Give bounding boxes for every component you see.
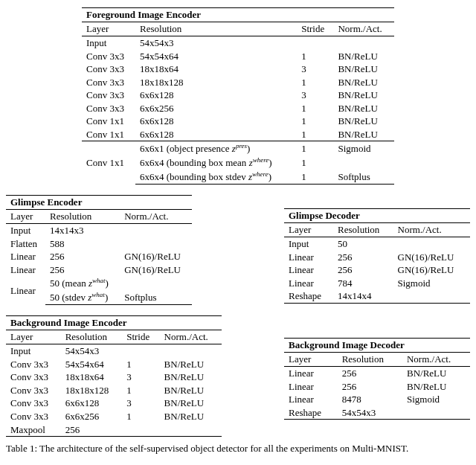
table-title: Background Image Decoder [284, 339, 470, 353]
cell-norm: BN/ReLU [402, 380, 470, 394]
cell-layer: Reshape [284, 406, 338, 420]
cell-layer: Conv 3x3 [82, 102, 135, 115]
table-row: Linear256GN(16)/ReLU [284, 263, 470, 277]
table-row: Linear256BN/ReLU [284, 367, 470, 380]
cell-res: 256 [333, 263, 393, 277]
cell-layer: Linear [284, 380, 338, 394]
cell-norm [393, 289, 470, 303]
table-row: Linear256GN(16)/ReLU [6, 263, 192, 277]
cell-layer: Conv 3x3 [6, 410, 61, 423]
cell-res: 18x18x64 [61, 371, 123, 384]
cell-layer: Conv 1x1 [82, 115, 135, 128]
table-title: Background Image Encoder [6, 316, 222, 330]
cell-layer: Maxpool [6, 423, 61, 437]
cell-norm [160, 423, 222, 437]
cell-stride: 1 [297, 115, 333, 128]
cell-res: 6x6x128 [135, 89, 297, 102]
col-res: Resolution [135, 22, 297, 36]
cell-layer: Conv 3x3 [6, 358, 61, 371]
col-stride: Stride [122, 330, 159, 344]
cell-norm [402, 406, 470, 420]
cell-layer: Conv 3x3 [6, 397, 61, 410]
table-row: Reshape54x54x3 [284, 406, 470, 420]
cell-stride: 3 [122, 397, 159, 410]
cell-norm [120, 224, 192, 237]
cell-layer: Linear [6, 250, 45, 263]
cell-layer: Linear [6, 276, 45, 304]
cell-res: 6x6x4 (bounding box stdev zwhere) [135, 170, 297, 184]
table-row: Conv 1x16x6x1281BN/ReLU [82, 115, 394, 128]
cell-layer: Input [284, 237, 333, 251]
cell-norm: GN(16)/ReLU [120, 263, 192, 277]
table-title: Glimpse Encoder [6, 196, 192, 210]
cell-norm: BN/ReLU [160, 384, 222, 397]
cell-res: 18x18x128 [61, 384, 123, 397]
table-row: Input14x14x3 [6, 224, 192, 237]
cell-res: 18x18x128 [135, 76, 297, 89]
table-row: Conv 3x318x18x643BN/ReLU [6, 371, 222, 384]
table-row: Input54x54x3 [6, 344, 222, 358]
background-decoder-table: Background Image Decoder Layer Resolutio… [284, 338, 470, 420]
cell-layer: Conv 1x1 [82, 128, 135, 141]
cell-norm: BN/ReLU [333, 76, 394, 89]
cell-res: 54x54x64 [135, 50, 297, 63]
table-row: Conv 3x318x18x1281BN/ReLU [82, 76, 394, 89]
col-norm: Norm./Act. [402, 352, 470, 367]
table-row: Linear784Sigmoid [284, 277, 470, 290]
col-norm: Norm./Act. [393, 222, 470, 237]
cell-layer: Linear [284, 367, 338, 380]
cell-norm: Sigmoid [402, 393, 470, 406]
cell-res: 54x54x3 [61, 344, 123, 358]
col-res: Resolution [61, 330, 123, 344]
cell-stride: 1 [297, 170, 333, 184]
cell-stride: 1 [297, 50, 333, 63]
table-row: Input54x54x3 [82, 36, 394, 50]
cell-layer: Conv 3x3 [6, 384, 61, 397]
cell-layer: Input [6, 224, 45, 237]
col-res: Resolution [338, 352, 402, 367]
cell-res: 6x6x128 [135, 128, 297, 141]
cell-res: 54x54x64 [61, 358, 123, 371]
cell-norm: BN/ReLU [160, 397, 222, 410]
cell-layer: Linear [284, 263, 333, 277]
table-row: Conv 3x36x6x1283BN/ReLU [82, 89, 394, 102]
cell-res: 256 [338, 367, 402, 380]
cell-stride: 3 [122, 371, 159, 384]
cell-norm: Sigmoid [333, 141, 394, 155]
table-row: Conv 3x354x54x641BN/ReLU [6, 358, 222, 371]
table-caption: Table 1: The architecture of the self-su… [6, 443, 470, 455]
cell-stride: 1 [297, 102, 333, 115]
table-row: Linear256BN/ReLU [284, 380, 470, 394]
cell-norm: BN/ReLU [333, 50, 394, 63]
cell-layer: Linear [284, 277, 333, 290]
cell-norm: BN/ReLU [333, 115, 394, 128]
cell-norm [120, 237, 192, 251]
col-stride: Stride [297, 22, 333, 36]
cell-res: 54x54x3 [338, 406, 402, 420]
cell-norm: BN/ReLU [333, 102, 394, 115]
cell-res: 14x14x3 [45, 224, 120, 237]
cell-norm [393, 237, 470, 251]
cell-res: 54x54x3 [135, 36, 297, 50]
cell-res: 588 [45, 237, 120, 251]
cell-stride [297, 36, 333, 50]
table-row: Conv 3x318x18x1281BN/ReLU [6, 384, 222, 397]
col-layer: Layer [6, 209, 45, 224]
table-row: Input50 [284, 237, 470, 251]
cell-res: 256 [45, 263, 120, 277]
foreground-encoder-table: Foreground Image Encoder Layer Resolutio… [82, 7, 394, 185]
table-row: Conv 3x36x6x2561BN/ReLU [6, 410, 222, 423]
cell-stride [122, 344, 159, 358]
cell-layer: Conv 3x3 [6, 371, 61, 384]
table-row: Conv 3x36x6x1283BN/ReLU [6, 397, 222, 410]
col-layer: Layer [82, 22, 135, 36]
cell-layer: Input [6, 344, 61, 358]
cell-res: 50 (mean zwhat) [45, 276, 120, 290]
cell-stride: 1 [297, 141, 333, 155]
cell-stride: 3 [297, 89, 333, 102]
col-norm: Norm./Act. [160, 330, 222, 344]
cell-norm: BN/ReLU [160, 410, 222, 423]
col-norm: Norm./Act. [120, 209, 192, 224]
cell-res: 8478 [338, 393, 402, 406]
cell-norm: BN/ReLU [333, 89, 394, 102]
